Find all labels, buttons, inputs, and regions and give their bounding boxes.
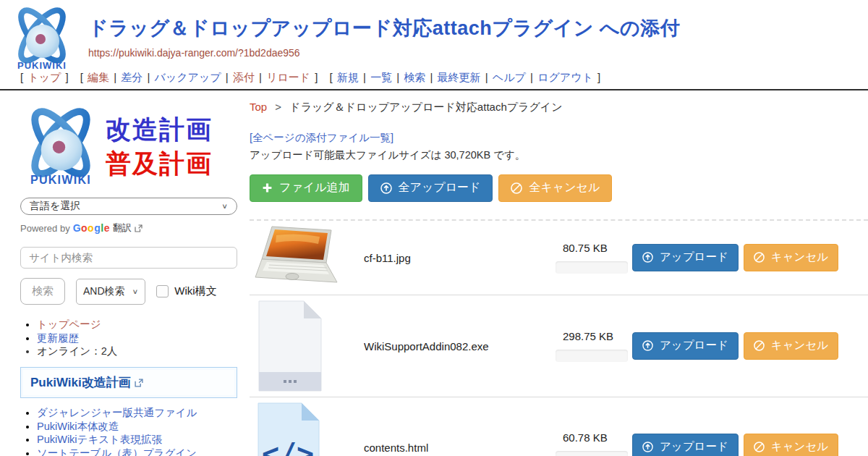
list-item: PukiWikiテキスト表現拡張 xyxy=(37,434,237,446)
wiki-syntax-checkbox[interactable] xyxy=(156,285,169,297)
upload-circle-icon xyxy=(642,252,653,263)
main-content: Top > ドラッグ＆ドロップアップロード対応attachプラグイン [全ページ… xyxy=(237,99,868,456)
all-attachments-link[interactable]: [全ページの添付ファイル一覧] xyxy=(250,131,393,145)
nav-link[interactable]: バックアップ xyxy=(155,71,221,83)
breadcrumb: Top > ドラッグ＆ドロップアップロード対応attachプラグイン xyxy=(250,99,868,114)
upload-circle-icon xyxy=(642,442,653,452)
progress-bar xyxy=(556,451,628,456)
upload-circle-icon xyxy=(380,182,392,194)
nav-link[interactable]: トップ xyxy=(27,71,61,83)
nav-link[interactable]: 添付 xyxy=(233,71,255,83)
list-item: 更新履歴 xyxy=(37,332,237,345)
breadcrumb-current: ドラッグ＆ドロップアップロード対応attachプラグイン xyxy=(289,101,562,113)
nav-link[interactable]: 新規 xyxy=(337,71,359,83)
breadcrumb-home-link[interactable]: Top xyxy=(250,101,267,113)
upload-button[interactable]: アップロード xyxy=(632,244,739,271)
nav-group: [ 編集 | 差分 | バックアップ | 添付 | リロード ] xyxy=(80,71,318,83)
breadcrumb-separator: > xyxy=(275,101,281,113)
sidebar-logo-line2: 普及計画 xyxy=(106,146,213,180)
sidebar-quick-links: トップページ更新履歴オンライン：2人 xyxy=(37,318,237,358)
laptop-photo-thumbnail xyxy=(250,225,364,290)
nav-link[interactable]: 検索 xyxy=(404,71,425,83)
pukiwiki-atom-logo-icon[interactable]: PUKIWIKI xyxy=(7,5,77,72)
html-file-icon: </> xyxy=(250,402,364,456)
nav-link[interactable]: 編集 xyxy=(88,71,109,83)
list-item: PukiWiki本体改造 xyxy=(37,421,237,433)
search-mode-value: AND検索 xyxy=(83,285,125,298)
list-item: ダジャレンジャー版共通ファイル xyxy=(37,407,237,419)
wiki-syntax-label: Wiki構文 xyxy=(174,284,216,298)
max-upload-size-text: アップロード可能最大ファイルサイズは 30,720KB です。 xyxy=(250,148,868,162)
file-name: cf-b11.jpg xyxy=(364,252,556,264)
nav-link[interactable]: 差分 xyxy=(121,71,142,83)
language-select-value: 言語を選択 xyxy=(30,200,80,213)
nav-link[interactable]: 最終更新 xyxy=(438,71,481,83)
nav-link[interactable]: ヘルプ xyxy=(493,71,526,83)
svg-text:PUKIWIKI: PUKIWIKI xyxy=(30,173,91,186)
progress-bar xyxy=(556,350,628,362)
page: PUKIWIKI ドラッグ＆ドロップアップロード対応attachプラグイン への… xyxy=(0,0,868,456)
cancel-button[interactable]: キャンセル xyxy=(744,434,838,456)
pukiwiki-atom-logo-icon: PUKIWIKI xyxy=(17,105,104,187)
nav-group: [ トップ ] xyxy=(20,71,69,83)
file-size: 298.75 KB xyxy=(556,330,632,342)
file-name: WikiSupportAddin082.exe xyxy=(364,340,556,352)
file-row: WikiSupportAddin082.exe 298.75 KB アップロード xyxy=(250,295,868,397)
cancel-all-button[interactable]: 全キャンセル xyxy=(498,174,612,202)
sidebar-logo-line1: 改造計画 xyxy=(106,112,213,146)
upload-all-button[interactable]: 全アップロード xyxy=(368,174,493,202)
file-size: 80.75 KB xyxy=(556,242,632,254)
nav-group: [ 新規 | 一覧 | 検索 | 最終更新 | ヘルプ | ログアウト ] xyxy=(330,71,601,83)
sidebar: PUKIWIKI 改造計画 普及計画 言語を選択 ∨ Powered by Go… xyxy=(20,99,237,456)
generic-file-icon xyxy=(250,300,364,392)
search-mode-select[interactable]: AND検索 ∨ xyxy=(76,279,145,305)
sidebar-link[interactable]: ダジャレンジャー版共通ファイル xyxy=(37,407,197,418)
file-name: contents.html xyxy=(364,442,556,454)
sidebar-link[interactable]: トップページ xyxy=(37,318,101,330)
list-item: オンライン：2人 xyxy=(37,345,237,358)
powered-by-label: Powered by xyxy=(20,223,70,234)
plus-icon xyxy=(262,182,273,193)
sidebar-link[interactable]: ソートテーブル（表）プラグイン xyxy=(37,447,197,456)
upload-circle-icon xyxy=(642,340,653,351)
sidebar-link[interactable]: PukiWikiテキスト表現拡張 xyxy=(37,434,162,445)
sidebar-logo[interactable]: PUKIWIKI 改造計画 普及計画 xyxy=(17,105,237,187)
upload-button[interactable]: アップロード xyxy=(632,434,739,456)
list-item: ソートテーブル（表）プラグイン xyxy=(37,447,237,456)
ban-circle-icon xyxy=(511,182,522,194)
nav-link[interactable]: 一覧 xyxy=(370,71,392,83)
upload-button[interactable]: アップロード xyxy=(632,332,739,360)
language-select[interactable]: 言語を選択 ∨ xyxy=(20,198,237,215)
page-header: PUKIWIKI ドラッグ＆ドロップアップロード対応attachプラグイン への… xyxy=(0,0,868,69)
add-files-button[interactable]: ファイル追加 xyxy=(250,174,362,202)
progress-bar xyxy=(556,261,628,274)
nav-link[interactable]: リロード xyxy=(266,71,310,83)
upload-toolbar: ファイル追加 全アップロード 全キャンセル xyxy=(250,174,868,202)
external-link-icon xyxy=(135,224,142,232)
search-button[interactable]: 検索 xyxy=(20,278,65,305)
svg-text:PUKIWIKI: PUKIWIKI xyxy=(17,60,67,71)
nav-link[interactable]: ログアウト xyxy=(537,71,593,83)
google-logo: Google xyxy=(73,222,110,234)
chevron-down-icon: ∨ xyxy=(132,287,139,295)
chevron-down-icon: ∨ xyxy=(221,202,228,210)
ban-circle-icon xyxy=(754,252,765,263)
cancel-button[interactable]: キャンセル xyxy=(744,332,838,360)
translate-link[interactable]: 翻訳 xyxy=(113,221,132,235)
external-link-icon xyxy=(135,379,143,387)
file-size: 60.78 KB xyxy=(556,431,632,444)
sidebar-link[interactable]: 更新履歴 xyxy=(37,332,79,344)
page-title: ドラッグ＆ドロップアップロード対応attachプラグイン への添付 xyxy=(88,15,680,41)
sidebar-site-box-title: PukiWiki改造計画 xyxy=(30,374,131,391)
sidebar-site-box[interactable]: PukiWiki改造計画 xyxy=(20,367,237,398)
ban-circle-icon xyxy=(754,340,765,351)
file-upload-list: cf-b11.jpg 80.75 KB アップロード xyxy=(250,219,868,456)
site-search-input[interactable] xyxy=(20,247,237,269)
cancel-button[interactable]: キャンセル xyxy=(744,244,838,271)
page-url[interactable]: https://pukiwiki.dajya-ranger.com/?1bd2d… xyxy=(88,47,680,59)
sidebar-link[interactable]: PukiWiki本体改造 xyxy=(37,421,119,432)
sidebar-page-links: ダジャレンジャー版共通ファイルPukiWiki本体改造PukiWikiテキスト表… xyxy=(37,407,237,456)
svg-text:</>: </> xyxy=(262,437,314,456)
file-row: cf-b11.jpg 80.75 KB アップロード xyxy=(250,221,868,295)
ban-circle-icon xyxy=(754,442,765,452)
